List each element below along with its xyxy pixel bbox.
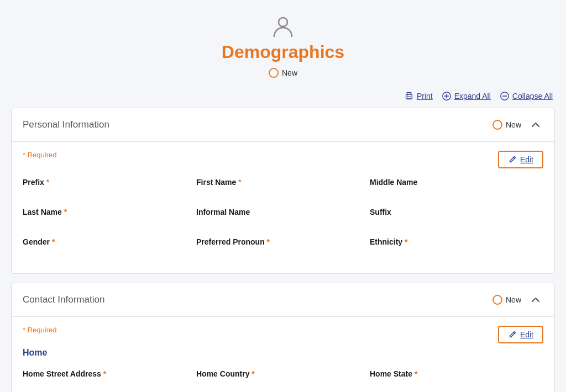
field-home-state-required: * [415,369,417,378]
field-home-street-address-label: Home Street Address * [23,369,106,378]
field-middle-name: Middle Name [370,173,543,192]
collapse-all-button[interactable]: Collapse All [500,91,553,101]
field-ethnicity-label: Ethnicity * [370,237,407,246]
toolbar: Print Expand All Collapse All [11,87,555,108]
contact-information-status: New [492,295,521,305]
field-prefix: Prefix * [23,173,196,192]
print-icon [404,91,414,101]
personal-information-section: Personal Information New * Required [11,108,555,274]
chevron-up-icon [531,120,541,130]
collapse-all-icon [500,91,510,101]
personal-information-edit-label: Edit [520,155,533,164]
svg-rect-2 [407,97,411,99]
personal-information-header: Personal Information New [12,108,554,142]
personal-information-body: * Required Edit Prefix * First Name * [12,142,554,273]
personal-information-collapse-button[interactable] [528,117,543,133]
svg-point-3 [407,96,408,97]
field-informal-name-label: Informal Name [196,208,250,216]
personal-information-status-label: New [506,120,521,129]
svg-point-0 [279,18,287,27]
contact-information-header: Contact Information New [12,283,554,317]
field-gender-required: * [52,237,55,246]
page-header: Demographics New [11,0,555,87]
header-status-label: New [282,68,297,77]
personal-information-status: New [492,120,521,130]
personal-information-edit-button[interactable]: Edit [498,151,543,168]
personal-information-title: Personal Information [23,119,109,130]
contact-information-section: Contact Information New * Required [11,283,555,392]
personal-information-header-right: New [492,117,543,133]
print-label: Print [417,92,433,100]
field-preferred-pronoun-required: * [267,237,270,246]
expand-all-icon [442,91,452,101]
field-home-country: Home Country * [196,364,370,383]
collapse-all-label: Collapse All [512,92,553,100]
field-suffix-label: Suffix [370,208,391,216]
personal-info-required-label: * Required [23,151,56,159]
contact-info-fields-row-1: Home Street Address * Home Country * Hom… [23,364,543,383]
personal-info-status-radio [492,120,502,130]
field-home-state: Home State * [370,364,543,383]
contact-information-edit-label: Edit [520,330,533,339]
personal-info-fields-row-2: Last Name * Informal Name Suffix [23,203,543,221]
personal-info-fields-row-3: Gender * Preferred Pronoun * Ethnicity * [23,232,543,251]
field-last-name: Last Name * [23,203,196,221]
field-home-state-label: Home State * [370,369,417,378]
field-ethnicity-required: * [405,237,407,246]
field-suffix: Suffix [370,203,543,221]
field-home-country-required: * [251,369,254,378]
personal-info-fields-row-1: Prefix * First Name * Middle Name [23,173,543,192]
contact-info-status-radio [492,295,502,305]
field-preferred-pronoun-label: Preferred Pronoun * [196,237,270,246]
field-home-country-label: Home Country * [196,369,255,378]
contact-information-edit-button[interactable]: Edit [498,326,543,343]
field-prefix-required: * [46,178,49,187]
contact-info-required-label: * Required [23,326,56,334]
field-prefix-label: Prefix * [23,178,49,187]
contact-information-body: * Required Edit Home Home Street Address… [12,317,554,392]
field-first-name-required: * [238,178,241,187]
page-container: Demographics New Print Expand All [0,0,566,392]
person-icon [270,13,296,40]
pencil-icon-2 [508,330,517,339]
chevron-up-icon-2 [531,295,541,305]
status-radio-icon [269,68,279,78]
contact-information-collapse-button[interactable] [528,292,543,308]
field-gender-label: Gender * [23,237,55,246]
field-ethnicity: Ethnicity * [370,232,543,251]
field-preferred-pronoun: Preferred Pronoun * [196,232,370,251]
field-middle-name-label: Middle Name [370,178,417,187]
print-button[interactable]: Print [404,91,433,101]
field-last-name-required: * [64,208,67,216]
header-status: New [269,68,297,78]
expand-all-button[interactable]: Expand All [442,91,491,101]
personal-info-required-edit-row: * Required Edit [23,151,543,168]
field-first-name-label: First Name * [196,178,242,187]
page-title: Demographics [222,42,344,62]
field-informal-name: Informal Name [196,203,370,221]
contact-info-required-edit-row: * Required Edit [23,326,543,343]
field-first-name: First Name * [196,173,370,192]
field-gender: Gender * [23,232,196,251]
pencil-icon [508,155,517,164]
contact-information-status-label: New [506,295,521,304]
contact-information-header-right: New [492,292,543,308]
field-home-street-address: Home Street Address * [23,364,196,383]
expand-all-label: Expand All [454,92,491,100]
contact-information-title: Contact Information [23,294,104,305]
field-home-street-required: * [103,369,106,378]
field-last-name-label: Last Name * [23,208,67,216]
contact-info-home-sub-header: Home [23,348,543,358]
